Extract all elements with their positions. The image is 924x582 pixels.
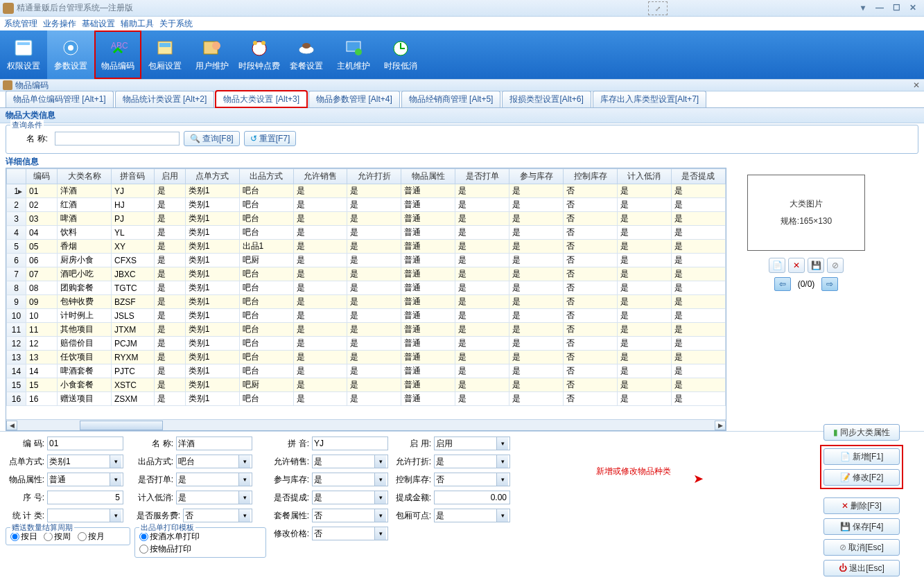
- hscrollbar[interactable]: ◀ ▶: [6, 419, 726, 430]
- minimize-icon[interactable]: —: [871, 1, 888, 14]
- tab-category[interactable]: 物品大类设置 [Alt+3]: [216, 91, 307, 107]
- menu-item[interactable]: 基础设置: [82, 18, 115, 30]
- sync-button[interactable]: ▮同步大类属性: [823, 424, 900, 441]
- name-input[interactable]: 洋酒: [176, 436, 252, 450]
- table-row[interactable]: 1414啤酒套餐PJTC是类别1吧台是是普通是是否是是: [7, 364, 726, 378]
- section-close-icon[interactable]: ✕: [913, 80, 920, 90]
- gift-monthly-radio[interactable]: 按月: [78, 531, 105, 543]
- order-mode-select[interactable]: 类别1: [47, 455, 123, 468]
- col-header[interactable]: 编码: [26, 169, 58, 184]
- table-row[interactable]: 707酒吧小吃JBXC是类别1吧台是是普通是是否是是: [7, 267, 726, 281]
- col-header[interactable]: 允许打折: [347, 169, 401, 184]
- col-header[interactable]: 大类名称: [58, 169, 112, 184]
- table-row[interactable]: 404饮料YL是类别1吧台是是普通是是否是是: [7, 226, 726, 240]
- col-header[interactable]: 是否打单: [455, 169, 509, 184]
- reset-button[interactable]: ↺重置[F7]: [244, 131, 297, 146]
- print-select[interactable]: 是: [176, 473, 252, 486]
- cancel-button[interactable]: ⊘取消[Esc]: [823, 539, 900, 556]
- stat-type-select[interactable]: [47, 509, 123, 522]
- tb-min-charge[interactable]: 时段低消: [377, 30, 424, 79]
- search-button[interactable]: 🔍查询[F8]: [184, 131, 240, 146]
- enable-select[interactable]: 启用: [434, 436, 510, 450]
- table-row[interactable]: 303啤酒PJ是类别1吧台是是普通是是否是是: [7, 212, 726, 226]
- tab-unit[interactable]: 物品单位编码管理 [Alt+1]: [6, 91, 114, 107]
- col-header[interactable]: 控制库存: [564, 169, 618, 184]
- tb-combo[interactable]: 套餐设置: [283, 30, 330, 79]
- tb-permission[interactable]: 权限设置: [0, 30, 47, 79]
- mincharge-select[interactable]: 是: [176, 491, 252, 504]
- dropdown-icon[interactable]: ▾: [855, 1, 871, 14]
- next-arrow-icon[interactable]: ⇨: [821, 277, 838, 291]
- col-header[interactable]: 出品方式: [239, 169, 293, 184]
- table-row[interactable]: 202红酒HJ是类别1吧台是是普通是是否是是: [7, 198, 726, 212]
- data-grid[interactable]: 编码大类名称拼音码启用点单方式出品方式允许销售允许打折物品属性是否打单参与库存控…: [6, 168, 726, 431]
- query-name-input[interactable]: [55, 132, 180, 146]
- tb-user[interactable]: 用户维护: [189, 30, 236, 79]
- img-save-icon[interactable]: 💾: [808, 258, 824, 273]
- img-delete-icon[interactable]: ✕: [788, 258, 805, 273]
- commission-amt-input[interactable]: 0.00: [434, 491, 510, 504]
- col-header[interactable]: 点单方式: [185, 169, 239, 184]
- pinyin-input[interactable]: YJ: [312, 436, 388, 450]
- col-header[interactable]: 计入低消: [618, 169, 672, 184]
- col-header[interactable]: 物品属性: [401, 169, 455, 184]
- col-header[interactable]: 启用: [154, 169, 185, 184]
- mod-price-select[interactable]: 否: [312, 527, 388, 540]
- table-row[interactable]: 1212赔偿价目PCJM是类别1吧台是是普通是是否是是: [7, 337, 726, 351]
- resize-grip[interactable]: ⤢: [648, 1, 668, 15]
- delete-button[interactable]: ✕删除[F3]: [823, 497, 900, 514]
- table-row[interactable]: 1111其他项目JTXM是类别1吧台是是普通是是否是是: [7, 323, 726, 337]
- col-header[interactable]: 允许销售: [293, 169, 347, 184]
- scroll-left-icon[interactable]: ◀: [6, 421, 17, 430]
- combo-attr-select[interactable]: 否: [312, 509, 388, 522]
- table-row[interactable]: 606厨房小食CFXS是类别1吧厨是是普通是是否是是: [7, 254, 726, 267]
- save-button[interactable]: 💾保存[F4]: [823, 518, 900, 535]
- table-row[interactable]: 1616赠送项目ZSXM是类别1吧台是是普通是是否是是: [7, 392, 726, 406]
- tab-stock[interactable]: 库存出入库类型设置[Alt+7]: [593, 91, 706, 107]
- img-cancel-icon[interactable]: ⊘: [827, 258, 844, 273]
- menu-item[interactable]: 系统管理: [4, 18, 37, 30]
- tb-time-fee[interactable]: 时段钟点费: [236, 30, 283, 79]
- tb-host[interactable]: 主机维护: [330, 30, 377, 79]
- tab-loss[interactable]: 报损类型设置[Alt+6]: [502, 91, 591, 107]
- scroll-right-icon[interactable]: ▶: [715, 421, 726, 430]
- col-header[interactable]: 参与库存: [509, 169, 564, 184]
- table-row[interactable]: 101洋酒YJ是类别1吧台是是普通是是否是是: [7, 184, 726, 198]
- allow-disc-select[interactable]: 是: [434, 455, 510, 468]
- table-row[interactable]: 1010计时例上JSLS是类别1吧台是是普通是是否是是: [7, 309, 726, 323]
- tab-param[interactable]: 物品参数管理 [Alt+4]: [308, 91, 400, 107]
- tab-dealer[interactable]: 物品经销商管理 [Alt+5]: [401, 91, 501, 107]
- item-attr-select[interactable]: 普通: [47, 473, 123, 486]
- img-new-icon[interactable]: 📄: [769, 258, 785, 273]
- col-header[interactable]: 是否提成: [671, 169, 725, 184]
- col-header[interactable]: 拼音码: [112, 169, 155, 184]
- prev-arrow-icon[interactable]: ⇦: [774, 277, 791, 291]
- table-row[interactable]: 808团购套餐TGTC是类别1吧台是是普通是是否是是: [7, 281, 726, 295]
- menu-item[interactable]: 辅助工具: [121, 18, 154, 30]
- table-row[interactable]: 909包钟收费BZSF是类别1吧台是是普通是是否是是: [7, 295, 726, 309]
- close-icon[interactable]: ✕: [905, 1, 921, 14]
- scroll-thumb[interactable]: [80, 421, 163, 430]
- table-row[interactable]: 505香烟XY是类别1出品1是是普通是是否是是: [7, 240, 726, 254]
- menu-item[interactable]: 业务操作: [43, 18, 76, 30]
- exit-button[interactable]: ⏻退出[Esc]: [823, 560, 900, 576]
- box-order-select[interactable]: 是: [434, 509, 510, 522]
- ctrl-stock-select[interactable]: 否: [434, 473, 510, 486]
- menu-item[interactable]: 关于系统: [159, 18, 193, 30]
- add-button[interactable]: 📄新增[F1]: [823, 448, 900, 465]
- seq-input[interactable]: 5: [47, 491, 123, 504]
- output-mode-select[interactable]: 吧台: [176, 455, 252, 468]
- svcfee-select[interactable]: 否: [183, 509, 252, 522]
- commission-select[interactable]: 是: [312, 491, 388, 504]
- tab-stat[interactable]: 物品统计类设置 [Alt+2]: [115, 91, 215, 107]
- code-input[interactable]: 01: [47, 436, 123, 450]
- table-row[interactable]: 1313任饮项目RYXM是类别1吧台是是普通是是否是是: [7, 351, 726, 364]
- table-row[interactable]: 1515小食套餐XSTC是类别1吧厨是是普通是是否是是: [7, 378, 726, 392]
- tb-params[interactable]: 参数设置: [47, 30, 94, 79]
- tpl-item-radio[interactable]: 按物品打印: [139, 543, 191, 555]
- affect-stock-select[interactable]: 是: [312, 473, 388, 486]
- maximize-icon[interactable]: ☐: [888, 1, 905, 14]
- tb-item-code[interactable]: ABC物品编码: [94, 30, 141, 79]
- tb-box[interactable]: 包厢设置: [141, 30, 189, 79]
- allow-sale-select[interactable]: 是: [312, 455, 388, 468]
